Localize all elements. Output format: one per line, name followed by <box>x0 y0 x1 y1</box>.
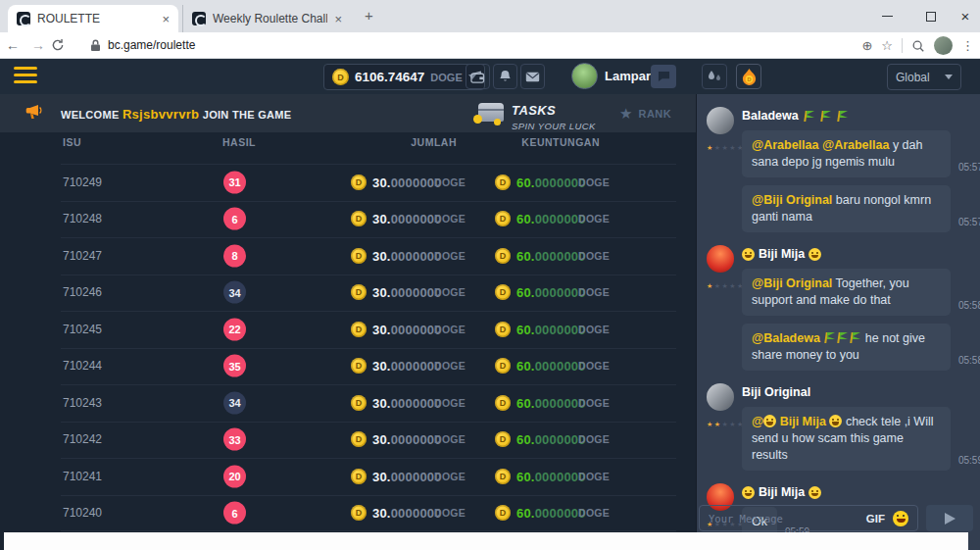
table-row[interactable]: 710247830.0000000DOGE60.0000000DOGE <box>0 237 696 275</box>
message-time: 05:58 <box>958 352 980 369</box>
mail-icon <box>525 72 540 82</box>
reload-icon[interactable] <box>51 38 76 52</box>
doge-coin-icon <box>351 505 367 521</box>
column-header-hasil: HASIL <box>222 136 256 148</box>
tab-title: ROULETTE <box>37 12 155 25</box>
table-row[interactable]: 7102493130.0000000DOGE60.0000000DOGE <box>0 164 696 201</box>
chat-channel-select[interactable]: Global <box>887 64 961 90</box>
table-row[interactable]: 7102463430.0000000DOGE60.0000000DOGE <box>0 275 696 312</box>
toolbar-divider <box>902 38 903 53</box>
tab-roulette[interactable]: ROULETTE × <box>8 5 178 32</box>
emoji-picker-icon[interactable] <box>893 511 908 526</box>
chat-username: Biji Mija <box>742 247 970 261</box>
tab-weekly-challenge[interactable]: Weekly Roulette Challenge - Wi × <box>182 5 351 32</box>
user-rating: ★★★★★ <box>707 282 742 290</box>
wallet-button[interactable] <box>466 64 490 89</box>
wallet-icon <box>470 71 485 83</box>
round-id: 710243 <box>63 396 102 410</box>
chat-message-input[interactable] <box>709 513 858 525</box>
table-row[interactable]: 7102452230.0000000DOGE60.0000000DOGE <box>0 311 696 348</box>
coin-drop-button[interactable]: D <box>736 64 761 89</box>
green-flag-icon <box>850 332 860 343</box>
win-currency: DOGE <box>578 471 610 482</box>
url-text[interactable]: bc.game/roulette <box>108 38 195 52</box>
send-message-button[interactable] <box>926 505 973 531</box>
win-amount: 60.0000000 <box>516 248 586 263</box>
balance-selector[interactable]: 6106.74647 DOGE <box>323 64 485 90</box>
chat-toggle-button[interactable] <box>651 65 676 88</box>
balance-amount: 6106.74647 <box>355 70 424 84</box>
win-currency: DOGE <box>578 507 610 519</box>
tab-close-icon[interactable]: × <box>162 12 170 26</box>
table-row[interactable]: 7102443530.0000000DOGE60.0000000DOGE <box>0 348 696 385</box>
avatar[interactable] <box>707 245 734 273</box>
avatar[interactable] <box>707 107 734 134</box>
messages-button[interactable] <box>520 64 545 89</box>
browser-tab-bar: ROULETTE × Weekly Roulette Challenge - W… <box>0 0 980 32</box>
back-icon[interactable]: ← <box>0 37 25 53</box>
user-avatar[interactable] <box>571 63 598 89</box>
win-currency: DOGE <box>578 250 610 262</box>
result-badge: 6 <box>223 502 246 525</box>
tasks-shortcut[interactable]: TASKS SPIN YOUR LUCK <box>512 101 596 131</box>
bookmark-star-icon[interactable]: ☆ <box>881 38 893 53</box>
mention[interactable]: @ Biji Mija <box>752 415 842 428</box>
gif-button[interactable]: GIF <box>866 513 885 525</box>
mention[interactable]: @Baladewa <box>752 331 820 345</box>
bet-amount: 30.0000000 <box>372 395 442 410</box>
address-bar[interactable]: bc.game/roulette <box>90 38 195 52</box>
avatar[interactable] <box>707 383 734 411</box>
win-amount: 60.0000000 <box>516 395 586 410</box>
green-flag-icon <box>804 111 814 122</box>
doge-coin-icon <box>495 211 511 226</box>
column-header-isu: ISU <box>63 136 81 148</box>
win-currency: DOGE <box>578 324 610 335</box>
search-icon[interactable] <box>911 39 925 53</box>
rank-label: RANK <box>638 108 671 120</box>
bet-amount: 30.0000000 <box>372 432 442 447</box>
bet-amount: 30.0000000 <box>372 359 442 374</box>
forward-icon[interactable]: → <box>25 37 51 53</box>
browser-menu-icon[interactable]: ⋮ <box>961 38 974 53</box>
win-amount: 60.0000000 <box>516 469 586 483</box>
rain-button[interactable] <box>702 64 727 89</box>
win-amount: 60.0000000 <box>516 322 586 336</box>
balance-currency: DOGE <box>430 72 462 83</box>
round-id: 710240 <box>63 506 102 520</box>
window-minimize-button[interactable] <box>872 0 902 32</box>
round-id: 710245 <box>63 323 102 336</box>
welcome-message: WELCOME Rsjsbvvrvrb JOIN THE GAME <box>61 107 291 122</box>
green-flag-icon <box>820 111 831 122</box>
result-badge: 22 <box>223 318 246 340</box>
zoom-plus-icon[interactable]: ⊕ <box>861 38 872 53</box>
hamburger-menu-icon[interactable] <box>14 67 37 87</box>
browser-profile-avatar[interactable] <box>934 36 953 55</box>
table-row[interactable]: 710240630.0000000DOGE60.0000000DOGE <box>0 495 696 532</box>
bcgame-favicon <box>192 12 206 25</box>
doge-coin-icon <box>351 211 367 226</box>
welcomed-username: Rsjsbvvrvrb <box>122 107 199 122</box>
win-amount: 60.0000000 <box>516 506 586 521</box>
table-row[interactable]: 7102423330.0000000DOGE60.0000000DOGE <box>0 422 696 459</box>
doge-coin-icon <box>351 248 367 264</box>
tab-close-icon[interactable]: × <box>334 12 342 26</box>
mention[interactable]: @Biji Original <box>752 193 832 207</box>
table-row[interactable]: 7102433430.0000000DOGE60.0000000DOGE <box>0 384 696 422</box>
notifications-button[interactable] <box>493 64 517 89</box>
bet-amount: 30.0000000 <box>372 322 442 336</box>
mention[interactable]: @Biji Original <box>752 276 832 290</box>
rain-drops-icon <box>707 70 722 83</box>
doge-coin-icon <box>351 395 367 411</box>
table-row[interactable]: 710248630.0000000DOGE60.0000000DOGE <box>0 201 696 238</box>
megaphone-icon <box>25 104 46 121</box>
chat-message-group: ★★★★★ Baladewa @Arabellaa @Arabellaa y d… <box>697 107 980 232</box>
new-tab-button[interactable]: + <box>365 7 373 24</box>
rank-shortcut[interactable]: ★ RANK <box>619 105 671 123</box>
win-amount: 60.0000000 <box>516 432 586 447</box>
table-row[interactable]: 7102412030.0000000DOGE60.0000000DOGE <box>0 458 696 495</box>
round-id: 710242 <box>63 432 102 446</box>
mention[interactable]: @Arabellaa @Arabellaa <box>752 138 889 152</box>
window-maximize-button[interactable] <box>916 0 946 32</box>
round-id: 710244 <box>63 359 102 373</box>
window-close-button[interactable]: × <box>951 0 980 32</box>
